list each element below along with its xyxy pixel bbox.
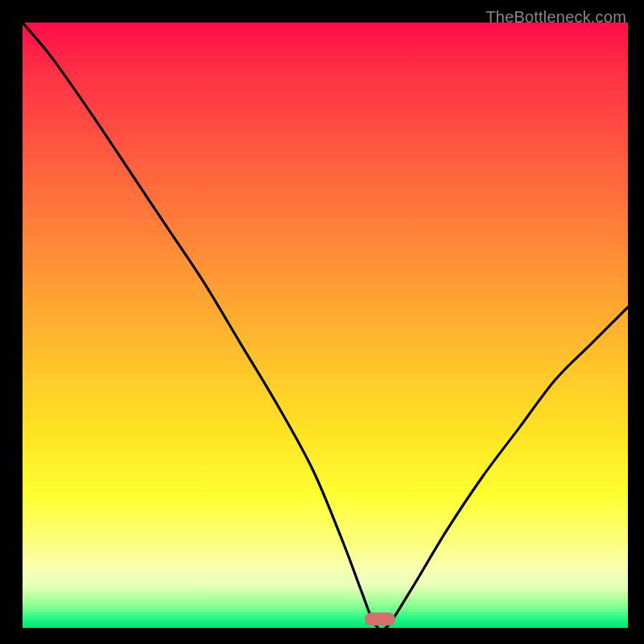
bottleneck-curve (23, 23, 628, 628)
plot-area (23, 23, 628, 628)
attribution-label: TheBottleneck.com (485, 8, 626, 27)
chart-frame: TheBottleneck.com (6, 6, 638, 638)
bottleneck-marker (365, 613, 395, 625)
